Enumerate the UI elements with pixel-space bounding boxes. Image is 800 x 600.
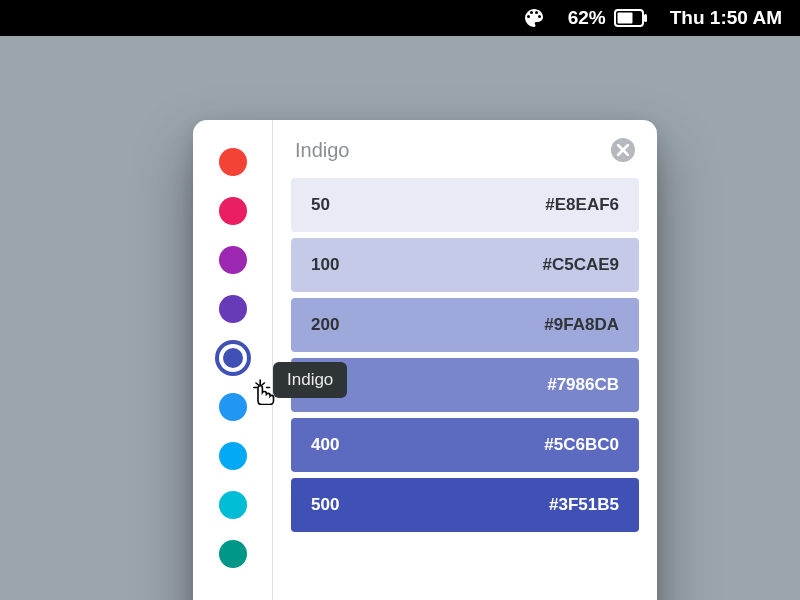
battery-icon: [614, 9, 648, 27]
color-dot-purple[interactable]: [219, 246, 247, 274]
swatch-row[interactable]: 50#E8EAF6: [291, 178, 639, 232]
swatch-hex: #E8EAF6: [545, 195, 619, 215]
swatch-row[interactable]: 400#5C6BC0: [291, 418, 639, 472]
clock-label: Thu 1:50 AM: [670, 7, 782, 29]
color-rail: [193, 120, 273, 600]
swatch-level: 300: [311, 375, 339, 395]
color-dot-blue[interactable]: [219, 393, 247, 421]
swatch-level: 100: [311, 255, 339, 275]
svg-rect-1: [617, 13, 632, 24]
swatch-hex: #3F51B5: [549, 495, 619, 515]
battery-percent-label: 62%: [568, 7, 606, 29]
swatch-level: 500: [311, 495, 339, 515]
swatch-hex: #5C6BC0: [544, 435, 619, 455]
palette-icon[interactable]: [522, 6, 546, 30]
color-dot-lightblue[interactable]: [219, 442, 247, 470]
color-dot-cyan[interactable]: [219, 491, 247, 519]
swatch-row[interactable]: 200#9FA8DA: [291, 298, 639, 352]
swatch-row[interactable]: 300#7986CB: [291, 358, 639, 412]
svg-rect-2: [644, 14, 647, 22]
color-panel: Indigo 50#E8EAF6100#C5CAE9200#9FA8DA300#…: [193, 120, 657, 600]
battery-status[interactable]: 62%: [568, 7, 648, 29]
detail-title: Indigo: [295, 139, 350, 162]
close-icon: [617, 144, 629, 156]
detail-header: Indigo: [291, 138, 639, 162]
color-dot-pink[interactable]: [219, 197, 247, 225]
swatch-hex: #C5CAE9: [542, 255, 619, 275]
close-button[interactable]: [611, 138, 635, 162]
swatch-hex: #7986CB: [547, 375, 619, 395]
swatch-hex: #9FA8DA: [544, 315, 619, 335]
color-dot-indigo[interactable]: [219, 344, 247, 372]
swatch-level: 400: [311, 435, 339, 455]
swatch-list: 50#E8EAF6100#C5CAE9200#9FA8DA300#7986CB4…: [291, 178, 639, 532]
swatch-row[interactable]: 100#C5CAE9: [291, 238, 639, 292]
color-dot-deeppurple[interactable]: [219, 295, 247, 323]
menubar: 62% Thu 1:50 AM: [0, 0, 800, 36]
detail-pane: Indigo 50#E8EAF6100#C5CAE9200#9FA8DA300#…: [273, 120, 657, 600]
color-dot-teal[interactable]: [219, 540, 247, 568]
swatch-level: 50: [311, 195, 330, 215]
swatch-row[interactable]: 500#3F51B5: [291, 478, 639, 532]
color-dot-red[interactable]: [219, 148, 247, 176]
swatch-level: 200: [311, 315, 339, 335]
